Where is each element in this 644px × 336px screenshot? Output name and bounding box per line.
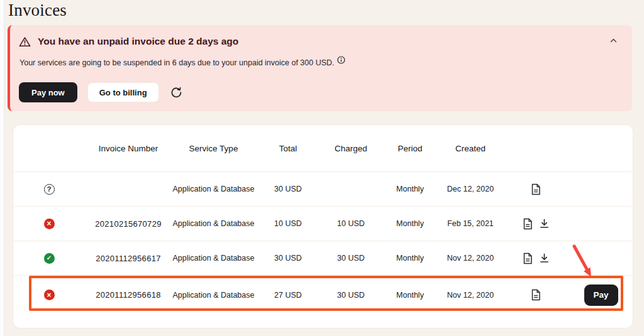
warning-triangle-icon xyxy=(19,36,31,47)
document-icon[interactable] xyxy=(530,183,541,196)
error-status-icon: × xyxy=(44,219,55,229)
table-row: × 20201112956618 Application & Database … xyxy=(13,276,633,314)
total-cell: 30 USD xyxy=(255,185,321,193)
total-column-header: Total xyxy=(255,144,321,153)
invoice-number-cell: 20201112956617 xyxy=(85,254,172,263)
created-column-header: Created xyxy=(439,144,502,153)
go-to-billing-button[interactable]: Go to billing xyxy=(87,82,159,102)
table-row: ✓ 20201112956617 Application & Database … xyxy=(13,241,633,276)
alert-body: Your services are going to be suspended … xyxy=(10,47,632,67)
status-cell: × xyxy=(13,219,85,229)
table-row: ? Application & Database 30 USD Monthly … xyxy=(13,172,633,207)
created-cell: Dec 12, 2020 xyxy=(439,185,502,193)
status-cell: ✓ xyxy=(13,253,85,264)
period-cell: Monthly xyxy=(381,219,439,228)
document-icon[interactable] xyxy=(522,252,533,265)
period-cell: Monthly xyxy=(381,291,439,300)
actions-cell xyxy=(502,183,569,196)
service-type-column-header: Service Type xyxy=(172,144,255,153)
period-column-header: Period xyxy=(381,144,439,153)
chevron-up-icon[interactable] xyxy=(608,36,619,45)
question-status-icon: ? xyxy=(44,184,55,195)
actions-cell xyxy=(502,252,569,265)
alert-body-text: Your services are going to be suspended … xyxy=(19,58,335,67)
charged-cell: 30 USD xyxy=(321,254,381,263)
status-cell: ? xyxy=(13,184,85,195)
period-cell: Monthly xyxy=(381,185,439,193)
alert-header: You have an unpaid invoice due 2 days ag… xyxy=(10,25,632,47)
service-type-cell: Application & Database xyxy=(172,291,255,300)
invoice-number-column-header: Invoice Number xyxy=(85,144,172,153)
charged-cell: 10 USD xyxy=(321,219,381,228)
success-status-icon: ✓ xyxy=(44,253,55,264)
document-icon[interactable] xyxy=(530,288,541,301)
pay-now-button[interactable]: Pay now xyxy=(19,82,77,102)
service-type-cell: Application & Database xyxy=(172,219,255,228)
service-type-cell: Application & Database xyxy=(172,254,255,263)
alert-title: You have an unpaid invoice due 2 days ag… xyxy=(38,36,238,47)
total-cell: 30 USD xyxy=(255,254,321,263)
info-icon[interactable] xyxy=(337,56,345,64)
download-icon[interactable] xyxy=(539,218,550,229)
unpaid-invoice-alert: You have an unpaid invoice due 2 days ag… xyxy=(8,25,632,111)
created-cell: Nov 12, 2020 xyxy=(439,254,502,263)
created-cell: Feb 15, 2021 xyxy=(439,219,502,228)
error-status-icon: × xyxy=(44,290,55,300)
actions-cell xyxy=(502,217,569,230)
total-cell: 10 USD xyxy=(255,219,321,228)
pay-button[interactable]: Pay xyxy=(584,285,618,306)
action-cell: Pay xyxy=(569,285,633,306)
invoices-table-card: Invoice Number Service Type Total Charge… xyxy=(13,124,633,328)
table-header-row: Invoice Number Service Type Total Charge… xyxy=(13,125,633,172)
invoice-number-cell: 20210215670729 xyxy=(85,219,172,229)
charged-cell: 30 USD xyxy=(321,291,381,300)
invoice-number-cell: 20201112956618 xyxy=(85,290,172,300)
alert-actions: Pay now Go to billing xyxy=(19,82,184,102)
table-body: ? Application & Database 30 USD Monthly … xyxy=(13,172,633,314)
created-cell: Nov 12, 2020 xyxy=(439,291,502,300)
table-row: × 20210215670729 Application & Database … xyxy=(13,207,633,241)
charged-column-header: Charged xyxy=(321,144,381,153)
document-icon[interactable] xyxy=(522,217,533,230)
total-cell: 27 USD xyxy=(255,291,321,300)
service-type-cell: Application & Database xyxy=(172,185,255,193)
download-icon[interactable] xyxy=(539,252,550,264)
page-title: Invoices xyxy=(8,1,67,20)
refresh-icon[interactable] xyxy=(169,85,184,100)
period-cell: Monthly xyxy=(381,254,439,263)
actions-cell xyxy=(502,288,569,301)
status-cell: × xyxy=(13,290,85,300)
left-panel-edge xyxy=(0,0,4,336)
